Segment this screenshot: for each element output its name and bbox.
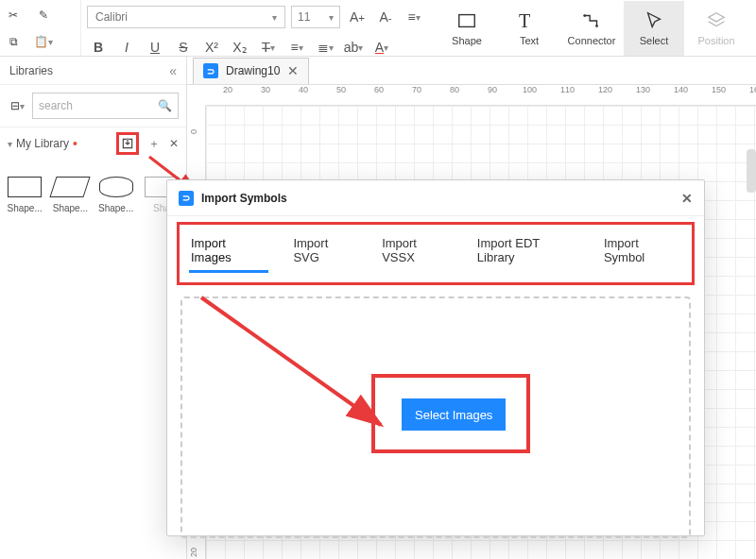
import-icon (121, 137, 134, 150)
ruler-tick: 60 (374, 85, 384, 94)
tool-label: Text (520, 35, 539, 46)
add-library-button[interactable]: ＋ (148, 136, 160, 152)
ruler-tick: 130 (636, 85, 650, 94)
tools-group: Shape T Text Connector Select Position (437, 0, 747, 56)
font-family-select[interactable]: Calibri ▾ (87, 6, 285, 28)
shape-tool[interactable]: Shape (437, 1, 497, 56)
clear-format-button[interactable]: T̶▾ (257, 36, 280, 59)
horizontal-ruler: 20 30 40 50 60 70 80 90 100 110 120 130 … (206, 85, 756, 106)
libraries-header: Libraries « (0, 57, 186, 85)
shape-label: Shape... (53, 203, 88, 213)
shapes-palette: Shape... Shape... Shape... Sha (0, 160, 186, 230)
select-images-button[interactable]: Select Images (402, 398, 506, 431)
tab-import-svg[interactable]: Import SVG (291, 230, 357, 273)
format-painter-icon[interactable]: ✎ (34, 6, 53, 25)
tab-import-edt[interactable]: Import EDT Library (475, 230, 579, 273)
svg-rect-0 (459, 14, 475, 26)
svg-point-1 (583, 14, 586, 17)
ruler-tick: 110 (560, 85, 575, 94)
ruler-tick: 20 (223, 85, 232, 94)
ruler-tick: 140 (674, 85, 688, 94)
dialog-title: Import Symbols (201, 192, 287, 205)
font-size-select[interactable]: 11 ▾ (291, 6, 340, 28)
my-library-section: ▾ My Library • ＋ ✕ (0, 127, 186, 160)
cursor-icon (644, 10, 664, 31)
ruler-tick: 50 (336, 85, 346, 94)
search-placeholder: search (39, 99, 73, 112)
my-library-label: My Library (16, 137, 69, 150)
ruler-tick: 20 (189, 548, 198, 557)
cut-icon[interactable]: ✂ (4, 6, 23, 25)
font-family-value: Calibri (95, 10, 128, 24)
ruler-tick: 160 (749, 85, 756, 94)
bold-button[interactable]: B (87, 36, 110, 59)
shape-item[interactable]: Shape... (51, 177, 89, 213)
connector-tool[interactable]: Connector (561, 1, 622, 56)
tab-import-symbol[interactable]: Import Symbol (602, 230, 682, 273)
dialog-tabs: Import Images Import SVG Import VSSX Imp… (183, 230, 688, 273)
chevron-down-icon: ▾ (329, 12, 334, 23)
close-tab-icon[interactable]: ✕ (287, 63, 299, 78)
strike-button[interactable]: S (172, 36, 195, 59)
vertical-scrollbar[interactable] (747, 149, 756, 193)
decrease-font-icon[interactable]: A- (374, 6, 397, 28)
text-icon: T (519, 10, 540, 31)
collapse-icon[interactable]: « (169, 63, 177, 78)
ruler-tick: 150 (712, 85, 726, 94)
copy-icon[interactable]: ⧉ (4, 32, 23, 51)
ruler-tick: 0 (189, 129, 198, 134)
tool-label: Connector (568, 35, 616, 46)
tab-import-images[interactable]: Import Images (189, 230, 268, 273)
libraries-title: Libraries (9, 64, 53, 77)
increase-font-icon[interactable]: A+ (346, 6, 369, 28)
ruler-tick: 70 (412, 85, 421, 94)
line-spacing-button[interactable]: ≡▾ (285, 36, 308, 59)
app-icon: ⊃ (179, 191, 194, 206)
dialog-close-button[interactable]: ✕ (681, 191, 693, 206)
import-library-button[interactable] (116, 132, 139, 155)
subscript-button[interactable]: X₂ (229, 36, 251, 59)
shape-item[interactable]: Shape... (97, 177, 135, 213)
drop-zone[interactable]: Select Images (180, 296, 691, 538)
select-tool[interactable]: Select (624, 1, 684, 56)
collapse-triangle-icon[interactable]: ▾ (8, 139, 12, 149)
font-size-value: 11 (298, 10, 310, 24)
close-library-button[interactable]: ✕ (169, 137, 179, 150)
chevron-down-icon: ▾ (272, 12, 277, 23)
tab-import-vssx[interactable]: Import VSSX (380, 230, 453, 273)
shape-item[interactable]: Shape... (6, 177, 43, 213)
document-tabbar: ⊃ Drawing10 ✕ (187, 57, 756, 85)
case-button[interactable]: ab▾ (342, 36, 365, 59)
superscript-button[interactable]: X² (200, 36, 223, 59)
import-symbols-dialog: ⊃ Import Symbols ✕ Import Images Import … (166, 179, 705, 536)
layers-icon (706, 10, 727, 31)
dialog-titlebar: ⊃ Import Symbols ✕ (167, 180, 704, 216)
shape-label: Shape... (98, 203, 133, 213)
text-tool[interactable]: T Text (499, 1, 559, 56)
svg-point-2 (595, 25, 598, 27)
font-group: Calibri ▾ 11 ▾ A+ A- ≡▾ B I U S X² X₂ T̶… (80, 0, 431, 56)
position-tool[interactable]: Position (686, 1, 747, 56)
list-button[interactable]: ≣▾ (314, 36, 336, 59)
svg-line-4 (201, 297, 381, 425)
ruler-tick: 30 (261, 85, 270, 94)
library-search-row: ⊟▾ search 🔍 (0, 85, 186, 127)
clipboard-group: ✂ ✎ ⧉ 📋▾ (0, 0, 80, 56)
search-input[interactable]: search 🔍 (32, 93, 179, 119)
align-icon[interactable]: ≡▾ (403, 6, 425, 28)
paste-icon[interactable]: 📋▾ (34, 32, 53, 51)
underline-button[interactable]: U (144, 36, 166, 59)
tool-label: Position (697, 35, 734, 46)
libraries-sidebar: Libraries « ⊟▾ search 🔍 ▾ My Library • ＋… (0, 57, 187, 559)
ruler-tick: 120 (598, 85, 612, 94)
italic-button[interactable]: I (115, 36, 138, 59)
library-toggle-icon[interactable]: ⊟▾ (8, 96, 26, 115)
ruler-tick: 90 (488, 85, 497, 94)
font-color-button[interactable]: A▾ (370, 36, 393, 59)
ruler-tick: 40 (299, 85, 308, 94)
annotation-tabs-highlight: Import Images Import SVG Import VSSX Imp… (177, 222, 695, 285)
rectangle-icon (456, 10, 477, 31)
connector-icon (581, 10, 602, 31)
search-icon: 🔍 (158, 99, 172, 112)
document-tab[interactable]: ⊃ Drawing10 ✕ (193, 58, 309, 84)
